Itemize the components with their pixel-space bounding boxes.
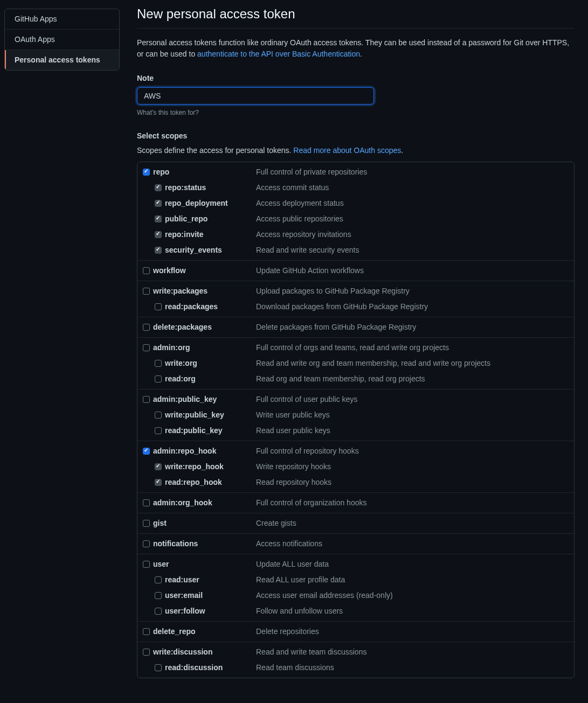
scope-row-notifications: notificationsAccess notifications: [137, 534, 574, 554]
scope-label[interactable]: repo_deployment: [143, 198, 256, 209]
scope-name: read:public_key: [165, 425, 223, 436]
scope-row-write-org: write:orgRead and write org and team mem…: [137, 356, 574, 371]
scope-label[interactable]: write:public_key: [143, 409, 256, 421]
scope-checkbox-admin-org[interactable]: [143, 344, 150, 351]
scope-desc: Delete repositories: [256, 626, 569, 637]
scope-label[interactable]: repo:status: [143, 182, 256, 193]
scope-name: read:repo_hook: [165, 477, 222, 488]
scope-table: repoFull control of private repositories…: [137, 162, 575, 678]
scope-checkbox-admin-repo-hook[interactable]: [143, 448, 150, 455]
scope-checkbox-write-discussion[interactable]: [143, 649, 150, 656]
scope-checkbox-workflow[interactable]: [143, 267, 150, 274]
scope-checkbox-write-public-key[interactable]: [155, 412, 162, 419]
scope-checkbox-user-email[interactable]: [155, 592, 162, 599]
scope-row-public-repo: public_repoAccess public repositories: [137, 211, 574, 227]
scope-name: user:follow: [165, 605, 205, 617]
scope-label[interactable]: repo: [143, 166, 256, 178]
scope-label[interactable]: read:discussion: [143, 662, 256, 673]
auth-link[interactable]: authenticate to the API over Basic Authe…: [197, 50, 360, 58]
scope-row-write-repo-hook: write:repo_hookWrite repository hooks: [137, 459, 574, 475]
scope-checkbox-admin-public-key[interactable]: [143, 396, 150, 403]
scope-desc: Read user public keys: [256, 425, 569, 436]
scope-name: admin:public_key: [153, 394, 217, 405]
scope-label[interactable]: delete:packages: [143, 322, 256, 333]
scope-label[interactable]: user: [143, 559, 256, 570]
scope-checkbox-admin-org-hook[interactable]: [143, 499, 150, 506]
scope-label[interactable]: user:email: [143, 590, 256, 601]
note-input[interactable]: [137, 87, 374, 105]
scope-checkbox-security-events[interactable]: [155, 247, 162, 254]
scope-label[interactable]: write:org: [143, 358, 256, 369]
scope-name: admin:org_hook: [153, 497, 212, 509]
scope-group-delete-repo: delete_repoDelete repositories: [137, 622, 574, 642]
scope-label[interactable]: read:repo_hook: [143, 477, 256, 488]
scope-label[interactable]: admin:org: [143, 342, 256, 353]
scope-group-workflow: workflowUpdate GitHub Action workflows: [137, 261, 574, 281]
scope-name: delete_repo: [153, 626, 196, 637]
scope-checkbox-gist[interactable]: [143, 520, 150, 527]
scope-name: write:public_key: [165, 409, 224, 421]
scope-name: write:org: [165, 358, 197, 369]
scope-row-write-discussion: write:discussionRead and write team disc…: [137, 642, 574, 660]
scope-checkbox-read-public-key[interactable]: [155, 427, 162, 434]
scope-checkbox-read-org[interactable]: [155, 375, 162, 382]
scope-label[interactable]: read:public_key: [143, 425, 256, 436]
scope-label[interactable]: public_repo: [143, 213, 256, 225]
scope-row-admin-repo-hook: admin:repo_hookFull control of repositor…: [137, 441, 574, 459]
scope-checkbox-public-repo[interactable]: [155, 215, 162, 222]
scope-checkbox-read-repo-hook[interactable]: [155, 479, 162, 486]
scope-checkbox-write-org[interactable]: [155, 360, 162, 367]
scope-desc: Read repository hooks: [256, 477, 569, 488]
scope-label[interactable]: admin:public_key: [143, 394, 256, 405]
scope-name: repo:status: [165, 182, 206, 193]
scope-desc: Read and write security events: [256, 245, 569, 256]
intro-text: Personal access tokens function like ord…: [137, 37, 575, 60]
scope-label[interactable]: write:repo_hook: [143, 461, 256, 472]
scope-label[interactable]: admin:repo_hook: [143, 446, 256, 457]
scope-name: write:packages: [153, 286, 207, 297]
scope-name: write:discussion: [153, 646, 212, 658]
scope-checkbox-write-packages[interactable]: [143, 288, 150, 295]
scope-checkbox-read-discussion[interactable]: [155, 664, 162, 671]
scope-label[interactable]: workflow: [143, 265, 256, 276]
sidebar-item-personal-access-tokens[interactable]: Personal access tokens: [5, 50, 119, 70]
scope-name: user: [153, 559, 169, 570]
scope-label[interactable]: admin:org_hook: [143, 497, 256, 509]
scope-checkbox-user-follow[interactable]: [155, 608, 162, 615]
scope-row-repo-invite: repo:inviteAccess repository invitations: [137, 227, 574, 242]
scope-name: admin:org: [153, 342, 190, 353]
scope-checkbox-delete-repo[interactable]: [143, 628, 150, 635]
scope-checkbox-read-packages[interactable]: [155, 303, 162, 310]
scope-label[interactable]: repo:invite: [143, 229, 256, 240]
scope-checkbox-delete-packages[interactable]: [143, 324, 150, 331]
scope-label[interactable]: delete_repo: [143, 626, 256, 637]
scopes-link[interactable]: Read more about OAuth scopes: [293, 146, 401, 155]
scope-label[interactable]: read:org: [143, 373, 256, 385]
scope-name: user:email: [165, 590, 203, 601]
scope-desc: Read org and team membership, read org p…: [256, 373, 569, 385]
scope-name: read:user: [165, 574, 199, 586]
scope-row-read-packages: read:packagesDownload packages from GitH…: [137, 299, 574, 317]
note-hint: What's this token for?: [137, 108, 575, 117]
scope-label[interactable]: security_events: [143, 245, 256, 256]
scope-name: read:org: [165, 373, 196, 385]
scope-label[interactable]: read:packages: [143, 301, 256, 312]
scope-checkbox-repo-status[interactable]: [155, 184, 162, 191]
scope-label[interactable]: write:discussion: [143, 646, 256, 658]
scope-checkbox-repo-deployment[interactable]: [155, 200, 162, 207]
scope-label[interactable]: user:follow: [143, 605, 256, 617]
scope-checkbox-repo-invite[interactable]: [155, 231, 162, 238]
scope-group-delete-packages: delete:packagesDelete packages from GitH…: [137, 317, 574, 338]
main-content: New personal access token Personal acces…: [124, 0, 587, 703]
sidebar-item-oauth-apps[interactable]: OAuth Apps: [5, 30, 119, 50]
scope-label[interactable]: gist: [143, 518, 256, 529]
scope-checkbox-notifications[interactable]: [143, 540, 150, 547]
scope-label[interactable]: write:packages: [143, 286, 256, 297]
scope-checkbox-user[interactable]: [143, 561, 150, 568]
scope-label[interactable]: read:user: [143, 574, 256, 586]
scope-checkbox-write-repo-hook[interactable]: [155, 463, 162, 470]
scope-checkbox-read-user[interactable]: [155, 576, 162, 583]
scope-label[interactable]: notifications: [143, 538, 256, 549]
scope-checkbox-repo[interactable]: [143, 169, 150, 176]
sidebar-item-github-apps[interactable]: GitHub Apps: [5, 9, 119, 30]
